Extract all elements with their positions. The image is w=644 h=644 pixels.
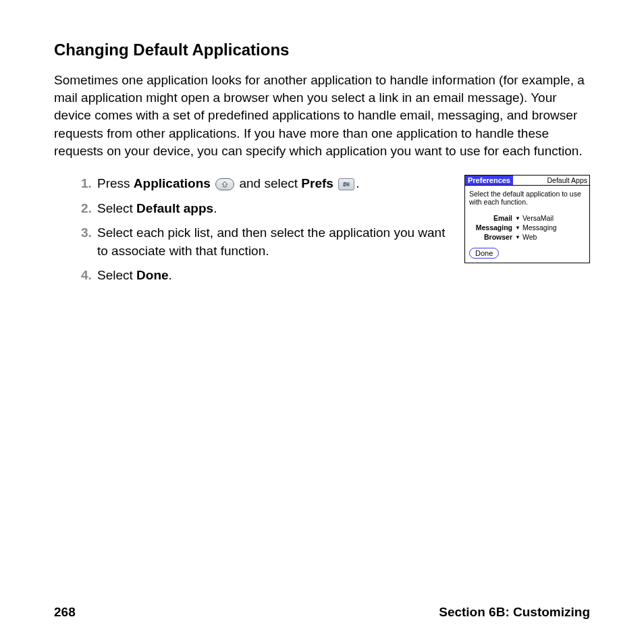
picklist-messaging[interactable]: ▼ Messaging [515, 223, 557, 232]
step-number: 3. [81, 224, 97, 242]
picklist-value: Web [522, 233, 537, 241]
svg-point-3 [344, 182, 346, 184]
steps-list: 1. Press Applications and select Prefs [54, 175, 450, 292]
picklist-label: Email [469, 214, 515, 222]
step-text: Press Applications and select Prefs [97, 175, 359, 193]
picklist-email[interactable]: ▼ VersaMail [515, 214, 554, 222]
step-number: 4. [81, 267, 97, 285]
picklist-value: VersaMail [522, 214, 554, 222]
bold-fragment: Prefs [301, 176, 333, 190]
step-3: 3. Select each pick list, and then selec… [81, 224, 450, 260]
text-fragment: Press [97, 176, 134, 190]
bold-fragment: Default apps [136, 201, 213, 215]
text-fragment: Select [97, 201, 136, 215]
picklist-row-email: Email ▼ VersaMail [469, 214, 585, 222]
step-text: Select Done. [97, 267, 172, 285]
step-text: Select Default apps. [97, 200, 217, 218]
device-instruction: Select the default application to use wi… [469, 190, 585, 206]
bold-fragment: Done [136, 268, 169, 282]
page-footer: 268 Section 6B: Customizing [54, 605, 590, 620]
step-number: 2. [81, 200, 97, 218]
section-label: Section 6B: Customizing [439, 605, 590, 620]
step-4: 4. Select Done. [81, 267, 450, 285]
page-number: 268 [54, 605, 76, 620]
step-1: 1. Press Applications and select Prefs [81, 175, 450, 193]
done-button[interactable]: Done [469, 248, 499, 259]
step-2: 2. Select Default apps. [81, 200, 450, 218]
text-fragment: . [356, 176, 359, 190]
chevron-down-icon: ▼ [515, 215, 520, 221]
text-fragment: . [169, 268, 172, 282]
chevron-down-icon: ▼ [515, 225, 520, 231]
picklist-browser[interactable]: ▼ Web [515, 233, 537, 241]
chevron-down-icon: ▼ [515, 234, 520, 240]
text-fragment: Select [97, 268, 136, 282]
device-title-bar: Preferences Default Apps [465, 176, 589, 186]
svg-point-4 [347, 184, 348, 185]
svg-point-5 [344, 185, 345, 186]
picklist-label: Messaging [469, 223, 515, 232]
bold-fragment: Applications [134, 176, 211, 190]
device-title-left: Preferences [465, 176, 513, 185]
step-text: Select each pick list, and then select t… [97, 224, 450, 260]
device-screenshot: Preferences Default Apps Select the defa… [464, 175, 590, 263]
picklist-value: Messaging [522, 223, 557, 232]
prefs-icon [338, 178, 354, 190]
step-number: 1. [81, 175, 97, 193]
text-fragment: . [213, 201, 217, 215]
picklist-row-messaging: Messaging ▼ Messaging [469, 223, 585, 232]
picklist-row-browser: Browser ▼ Web [469, 233, 585, 241]
intro-paragraph: Sometimes one application looks for anot… [54, 72, 590, 160]
device-title-right[interactable]: Default Apps [545, 176, 589, 185]
picklist-label: Browser [469, 233, 515, 241]
section-heading: Changing Default Applications [54, 41, 590, 59]
text-fragment: and select [239, 176, 301, 190]
applications-key-icon [215, 178, 234, 190]
